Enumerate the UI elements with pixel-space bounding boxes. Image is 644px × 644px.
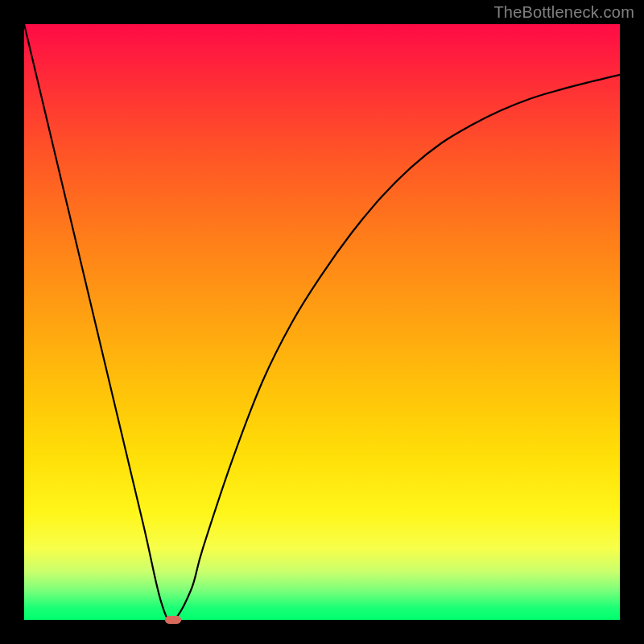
optimum-marker xyxy=(165,616,181,624)
plot-area xyxy=(24,24,620,620)
chart-frame: TheBottleneck.com xyxy=(0,0,644,644)
bottleneck-curve xyxy=(24,24,620,620)
watermark-text: TheBottleneck.com xyxy=(493,3,634,22)
